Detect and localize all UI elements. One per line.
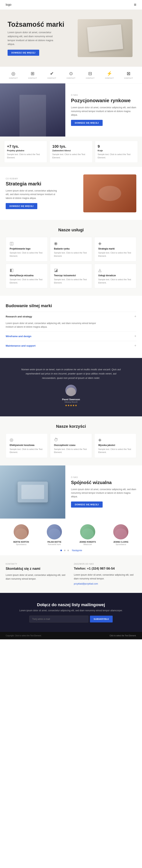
icon-item-2[interactable]: ✔ CONTACT [47, 71, 56, 79]
service-title-2: Strategia marki [98, 247, 132, 250]
benefit-card-0: ◎ Efektywność kosztowa Sample text. Clic… [6, 433, 48, 458]
positioning-cta-button[interactable]: DOWIEDZ SIĘ WIĘCEJ [71, 120, 103, 126]
icon-label-1: CONTACT [28, 77, 37, 79]
team-name-0: BERTIE NORTON [6, 541, 37, 543]
accordion-text-0: Lorem ipsum dolor sit amet, consectetur … [6, 321, 100, 329]
icon-item-4[interactable]: ⊟ CONTACT [86, 71, 95, 79]
service-card-4: ◪ Tworząc tożsamości Sample text. Click … [50, 264, 92, 288]
stat-item-1: 100 tys. Zadowoleni klienci Sample text.… [49, 141, 93, 163]
service-text-3: Sample text. Click to select the Test El… [10, 278, 44, 284]
stat-text-1: Sample text. Click to select the Test El… [52, 153, 90, 159]
contact-right: ZADZWOŃ DO NAS Telefon: +1 (324) 987-56-… [74, 563, 136, 585]
newsletter-subscribe-button[interactable]: SUBSKRYBUJ [90, 616, 113, 622]
strategy-cta-button[interactable]: DOWIEDZ SIĘ WIĘCEJ [6, 203, 37, 209]
benefit-card-2: ◈ Wysoka jakości Sample text. Click to s… [94, 433, 136, 458]
team-name-2: JENNIE ROBERTS [72, 541, 103, 543]
team-role-0: Sprzedawca [6, 544, 37, 546]
benefits-title: Nasze korzyści [6, 424, 136, 429]
contact-icon-1: ⊞ [31, 71, 34, 76]
accordion-item-2[interactable]: Maintenance and support + [6, 341, 136, 350]
service-card-2: ◈ Strategia marki Sample text. Click to … [94, 237, 136, 261]
icon-item-3[interactable]: ⊙ CONTACT [67, 71, 75, 79]
accordion-title-2: Maintenance and support [6, 344, 35, 347]
benefit-icon-1: ⏱ [54, 437, 88, 442]
benefit-title-1: Oszczędność czasu [54, 444, 88, 446]
service-title-3: Identyfikacja wizualna [10, 274, 44, 277]
stat-text-2: Sample text. Click to select the Test El… [98, 153, 135, 159]
accordion-plus-icon-2: + [134, 344, 136, 348]
positioning-section: O NAS Pozycjonowanie rynkowe Lorem ipsum… [0, 84, 142, 136]
contact-email-link[interactable]: przyklad@przyklad.com [74, 583, 98, 585]
page-dot-active [60, 550, 62, 551]
contact-icon-5: ⚡ [107, 71, 112, 76]
positioning-title: Pozycjonowanie rynkowe [71, 98, 136, 103]
team-role-1: Kierownik humi [39, 544, 70, 546]
icon-item-0[interactable]: ◎ CONTACT [9, 71, 18, 79]
service-icon-2: ◈ [98, 241, 132, 246]
contact-icon-0: ◎ [11, 71, 15, 76]
service-card-0: ◫ Projektowanie logo Sample text. Click … [6, 237, 48, 261]
laptop-visual [17, 482, 48, 502]
contact-icon-2: ✔ [50, 71, 54, 76]
icon-item-6[interactable]: ⊠ CONTACT [124, 71, 133, 79]
icons-row: ◎ CONTACT ⊞ CONTACT ✔ CONTACT ⊙ CONTACT … [0, 67, 142, 84]
stat-number-0: +7 tys. [7, 144, 44, 149]
service-card-1: ◉ Badanie rynku Sample text. Click to se… [50, 237, 92, 261]
footer-copyright: Copyright. Click to select the Text Elem… [6, 634, 42, 637]
service-title-5: Usługi doradcze [98, 274, 132, 277]
hero-description: Lorem ipsum dolor sit amet, consectetur … [8, 31, 57, 46]
team-avatar-0 [14, 524, 29, 539]
navbar: logo ≡ [0, 0, 142, 10]
icon-item-5[interactable]: ⚡ CONTACT [105, 71, 114, 79]
service-icon-5: ◬ [98, 268, 132, 273]
team-section: BERTIE NORTON Sprzedawca PALMA MATTIE Ki… [0, 519, 142, 555]
nav-hamburger[interactable]: ≡ [134, 2, 136, 7]
icon-item-1[interactable]: ⊞ CONTACT [28, 71, 37, 79]
newsletter-description: Lorem ipsum dolor sit amet, consectetur … [8, 609, 134, 612]
team-role-3: Sprzedawca [105, 544, 137, 546]
benefits-grid: ◎ Efektywność kosztowa Sample text. Clic… [6, 433, 136, 458]
benefit-text-0: Sample text. Click to select the Test El… [10, 448, 44, 454]
team-member-0: BERTIE NORTON Sprzedawca [6, 524, 37, 546]
visual-cta-button[interactable]: DOWIEDZ SIĘ WIĘCEJ [71, 501, 103, 507]
team-avatar-1 [47, 524, 62, 539]
hero-cta-button[interactable]: DOWIEDZ SIĘ WIĘCEJ [8, 50, 39, 56]
service-text-1: Sample text. Click to select the Test El… [54, 251, 88, 257]
service-text-4: Sample text. Click to select the Test El… [54, 278, 88, 284]
footer-links[interactable]: Click to select the Text Element. [109, 634, 136, 637]
testimonial-role: Głoszą filozofi [8, 401, 134, 403]
stat-item-0: +7 tys. Projekty globalne Sample text. C… [4, 141, 47, 163]
service-card-5: ◬ Usługi doradcze Sample text. Click to … [94, 264, 136, 288]
newsletter-email-input[interactable] [29, 616, 88, 622]
icon-label-2: CONTACT [47, 77, 56, 79]
contact-right-text: Lorem ipsum dolor sit amet, consectetur … [74, 573, 136, 581]
service-text-2: Sample text. Click to select the Test El… [98, 251, 132, 257]
brand-building-section: Budowanie silnej marki Research and stra… [0, 296, 142, 358]
strategy-title: Strategia marki [6, 181, 69, 187]
positioning-description: Lorem ipsum dolor sit amet, consectetur … [71, 106, 136, 117]
stat-number-2: 9 [98, 144, 135, 149]
benefit-title-0: Efektywność kosztowa [10, 444, 44, 446]
service-icon-4: ◪ [54, 268, 88, 273]
accordion-item-1[interactable]: Wireframe and design + [6, 332, 136, 341]
team-avatar-3 [113, 524, 128, 539]
team-name-1: PALMA MATTIE [39, 541, 70, 543]
strategy-description: Lorem ipsum dolor sit amet, consectetur … [6, 189, 59, 200]
newsletter-title: Dołącz do naszej listy mailingowej [8, 602, 134, 607]
team-role-2: Właściciel [72, 544, 103, 546]
benefit-icon-0: ◎ [10, 437, 44, 442]
strategy-image-placeholder [83, 175, 136, 212]
services-grid: ◫ Projektowanie logo Sample text. Click … [6, 237, 136, 288]
positioning-label: O NAS [71, 94, 136, 96]
icon-label-0: CONTACT [9, 77, 18, 79]
services-title: Nasze usługi [6, 227, 136, 232]
positioning-content: O NAS Pozycjonowanie rynkowe Lorem ipsum… [65, 84, 142, 136]
pagination-label[interactable]: Następnie [72, 549, 82, 552]
hero-title: Tożsamość marki [8, 21, 70, 28]
accordion-item-0[interactable]: Research and strategy + [6, 312, 136, 321]
benefit-icon-2: ◈ [98, 437, 132, 442]
contact-icon-3: ⊙ [69, 71, 73, 76]
newsletter-section: Dołącz do naszej listy mailingowej Lorem… [0, 593, 142, 632]
contact-left: KONTAKTY Skontaktuj się z nami Lorem ips… [6, 563, 68, 585]
contact-icon-4: ⊟ [88, 71, 92, 76]
